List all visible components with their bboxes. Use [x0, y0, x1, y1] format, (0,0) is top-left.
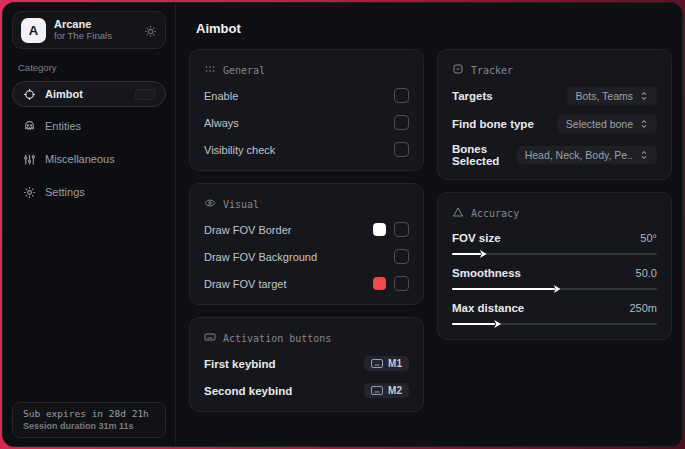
keyboard-icon [204, 331, 216, 345]
setting-row-always: Always [204, 114, 409, 131]
smoothness-value: 50.0 [636, 267, 657, 279]
setting-label: First keybind [204, 358, 276, 370]
fov-size-value: 50° [640, 232, 657, 244]
category-label: Category [18, 62, 166, 73]
setting-row-max-distance: Max distance 250m [452, 302, 657, 325]
chevrons-up-down-icon [639, 119, 649, 129]
fov-border-checkbox[interactable] [394, 222, 409, 237]
card-title: Visual [223, 199, 259, 210]
second-keybind-button[interactable]: M2 [364, 383, 409, 398]
select-value: Bots, Teams [575, 90, 633, 102]
first-keybind-button[interactable]: M1 [364, 356, 409, 371]
find-bone-type-select[interactable]: Selected bone [558, 115, 657, 133]
keybind-value: M2 [388, 385, 402, 396]
setting-row-enable: Enable [204, 87, 409, 104]
visual-card: Visual Draw FOV Border Draw FOV Backgrou… [189, 183, 424, 305]
enable-checkbox[interactable] [394, 88, 409, 103]
smoothness-slider[interactable] [452, 288, 657, 290]
sidebar-item-label: Aimbot [45, 88, 83, 100]
setting-row-visibility-check: Visibility check [204, 141, 409, 158]
sidebar-item-aimbot[interactable]: Aimbot [12, 81, 166, 107]
setting-row-find-bone-type: Find bone type Selected bone [452, 115, 657, 133]
page-title: Aimbot [196, 21, 669, 36]
general-card: General Enable Always Visibility check [189, 49, 424, 171]
keybind-value: M1 [388, 358, 402, 369]
fov-size-slider[interactable] [452, 253, 657, 255]
card-title: Accuracy [471, 208, 519, 219]
eye-icon [204, 197, 216, 211]
setting-row-fov-background: Draw FOV Background [204, 248, 409, 265]
tracker-card: Tracker Targets Bots, Teams Find bone ty… [437, 49, 672, 180]
setting-row-fov-target: Draw FOV target [204, 275, 409, 292]
fov-border-color-swatch[interactable] [373, 223, 386, 236]
max-distance-value: 250m [629, 302, 657, 314]
setting-row-smoothness: Smoothness 50.0 [452, 267, 657, 290]
setting-label: Visibility check [204, 144, 275, 156]
card-title: Activation buttons [223, 333, 331, 344]
activation-buttons-card: Activation buttons First keybind M1 Seco… [189, 317, 424, 412]
fov-background-checkbox[interactable] [394, 249, 409, 264]
select-value: Selected bone [566, 118, 633, 130]
setting-row-fov-size: FOV size 50° [452, 232, 657, 255]
setting-label: Always [204, 117, 239, 129]
sidebar: A Arcane for The Finals Category Aimbot [3, 3, 176, 446]
app-name: Arcane [54, 18, 136, 31]
always-checkbox[interactable] [394, 115, 409, 130]
app-window: A Arcane for The Finals Category Aimbot [2, 2, 683, 447]
fov-target-checkbox[interactable] [394, 276, 409, 291]
slider-thumb[interactable] [493, 320, 501, 328]
grid-icon [204, 63, 216, 77]
fov-target-color-swatch[interactable] [373, 277, 386, 290]
app-logo: A [21, 18, 46, 43]
gear-icon [23, 186, 36, 199]
chevrons-up-down-icon [639, 150, 649, 160]
accuracy-card: Accuracy FOV size 50° [437, 192, 672, 340]
slider-thumb[interactable] [479, 250, 487, 258]
setting-label: Smoothness [452, 267, 521, 279]
setting-row-first-keybind: First keybind M1 [204, 355, 409, 372]
sidebar-item-label: Miscellaneous [45, 153, 115, 165]
setting-row-targets: Targets Bots, Teams [452, 87, 657, 105]
sidebar-item-miscellaneous[interactable]: Miscellaneous [12, 145, 166, 173]
max-distance-slider[interactable] [452, 323, 657, 325]
app-subtitle: for The Finals [54, 31, 136, 42]
setting-label: Targets [452, 90, 493, 102]
select-value: Head, Neck, Body, Pe.. [525, 149, 633, 161]
subscription-info-card: Sub expires in 28d 21h Session duration … [12, 402, 166, 438]
targets-select[interactable]: Bots, Teams [567, 87, 657, 105]
sidebar-item-label: Entities [45, 120, 81, 132]
setting-label: Enable [204, 90, 238, 102]
setting-label: Second keybind [204, 385, 292, 397]
session-duration-text: Session duration 31m 11s [23, 421, 155, 431]
setting-row-bones-selected: Bones Selected Head, Neck, Body, Pe.. [452, 143, 657, 167]
scan-frame-icon [452, 63, 464, 77]
crosshair-icon [23, 88, 36, 101]
setting-label: Draw FOV Border [204, 224, 291, 236]
visibility-check-checkbox[interactable] [394, 142, 409, 157]
setting-label: Max distance [452, 302, 524, 314]
sub-expiry-text: Sub expires in 28d 21h [23, 408, 155, 419]
sidebar-nav: Aimbot Entities [12, 81, 166, 209]
chevrons-up-down-icon [639, 91, 649, 101]
sidebar-item-settings[interactable]: Settings [12, 178, 166, 206]
setting-label: Find bone type [452, 118, 534, 130]
setting-label: Bones Selected [452, 143, 521, 167]
setting-label: Draw FOV Background [204, 251, 317, 263]
setting-label: FOV size [452, 232, 501, 244]
sync-gear-icon[interactable] [144, 24, 157, 37]
bones-selected-select[interactable]: Head, Neck, Body, Pe.. [517, 146, 657, 164]
card-title: Tracker [471, 65, 513, 76]
aimbot-hint-badge [135, 89, 155, 100]
keyboard-icon [371, 386, 383, 395]
card-title: General [223, 65, 265, 76]
setting-label: Draw FOV target [204, 278, 287, 290]
app-header-card: A Arcane for The Finals [12, 11, 166, 49]
entities-icon [23, 120, 36, 133]
slider-thumb[interactable] [553, 285, 561, 293]
setting-row-second-keybind: Second keybind M2 [204, 382, 409, 399]
triangle-icon [452, 206, 464, 220]
sliders-icon [23, 153, 36, 166]
keyboard-icon [371, 359, 383, 368]
main-content: Aimbot General [176, 3, 682, 446]
sidebar-item-entities[interactable]: Entities [12, 112, 166, 140]
